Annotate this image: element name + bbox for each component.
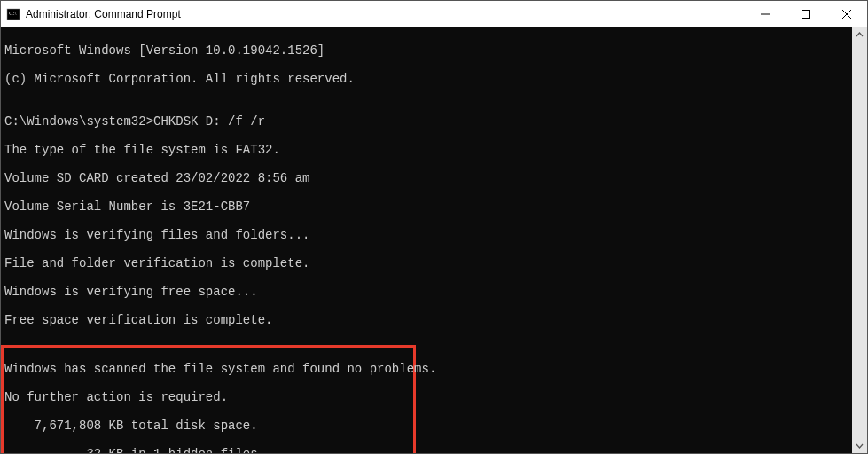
svg-rect-3 <box>802 11 810 19</box>
output-line: No further action is required. <box>4 390 413 404</box>
output-line: Volume Serial Number is 3E21-CBB7 <box>4 200 848 214</box>
output-line: The type of the file system is FAT32. <box>4 143 848 157</box>
result-highlight: Windows has scanned the file system and … <box>1 345 416 453</box>
output-line: Windows has scanned the file system and … <box>4 362 413 376</box>
scroll-track[interactable] <box>852 43 867 438</box>
output-line: Windows is verifying free space... <box>4 285 848 299</box>
terminal-output[interactable]: Microsoft Windows [Version 10.0.19042.15… <box>1 27 852 453</box>
prompt-path: C:\Windows\system32> <box>4 114 153 129</box>
output-line: Microsoft Windows [Version 10.0.19042.15… <box>4 43 848 58</box>
output-line: Windows is verifying files and folders..… <box>4 228 848 242</box>
scroll-down-button[interactable] <box>852 438 867 453</box>
output-line: File and folder verification is complete… <box>4 256 848 270</box>
content-area: Microsoft Windows [Version 10.0.19042.15… <box>1 27 867 453</box>
output-line: 7,671,808 KB total disk space. <box>4 419 413 433</box>
prompt-line: C:\Windows\system32>CHKDSK D: /f /r <box>4 114 848 129</box>
output-line: Free space verification is complete. <box>4 313 848 327</box>
minimize-button[interactable] <box>745 1 786 27</box>
command-prompt-window: C:\ Administrator: Command Prompt Micros… <box>0 0 868 454</box>
prompt-command: CHKDSK D: /f /r <box>153 114 265 129</box>
titlebar[interactable]: C:\ Administrator: Command Prompt <box>1 1 867 27</box>
output-line: 32 KB in 1 hidden files. <box>4 447 413 453</box>
scroll-up-button[interactable] <box>852 27 867 43</box>
maximize-button[interactable] <box>786 1 826 27</box>
cmd-icon: C:\ <box>6 7 20 21</box>
vertical-scrollbar[interactable] <box>852 27 867 453</box>
window-title: Administrator: Command Prompt <box>26 8 745 20</box>
output-line: (c) Microsoft Corporation. All rights re… <box>4 72 848 86</box>
close-button[interactable] <box>826 1 867 27</box>
svg-text:C:\: C:\ <box>9 10 17 17</box>
window-controls <box>745 1 867 27</box>
output-line: Volume SD CARD created 23/02/2022 8:56 a… <box>4 171 848 185</box>
